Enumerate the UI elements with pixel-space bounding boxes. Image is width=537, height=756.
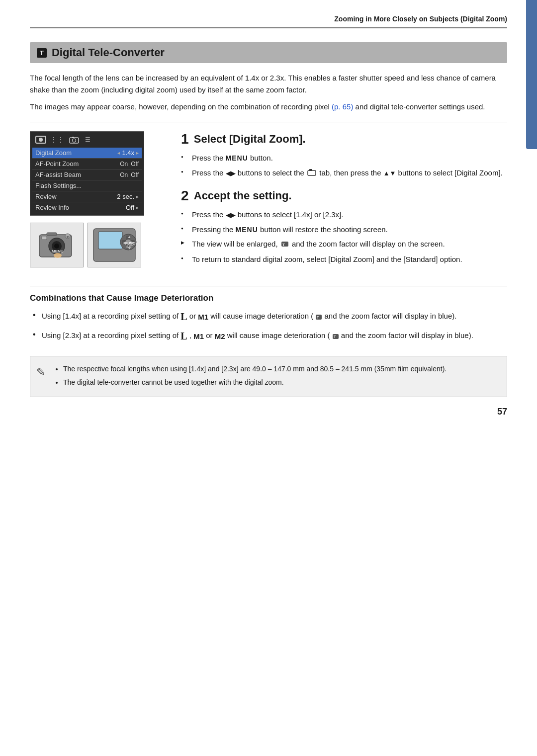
menu-header-svg <box>69 136 79 144</box>
lr-arrows-icon-2: ◀▶ <box>226 211 236 219</box>
intro-paragraph-2: The images may appear coarse, however, d… <box>30 101 507 113</box>
intro-paragraph-1: The focal length of the lens can be incr… <box>30 72 507 96</box>
size-L-1: L <box>180 311 187 322</box>
svg-rect-2 <box>72 137 74 138</box>
note-item-1: The respective focal lengths when using … <box>63 363 498 374</box>
svg-text:▲: ▲ <box>127 235 131 239</box>
step-2-bullet-2: Pressing the MENU button will restore th… <box>181 224 507 236</box>
svg-point-12 <box>54 253 62 258</box>
svg-rect-25 <box>308 170 316 175</box>
menu-row-digital-zoom: Digital Zoom ◂ 1.4x ▸ <box>32 148 142 159</box>
svg-rect-8 <box>47 233 57 236</box>
arrow-right-icon: ▸ <box>136 194 139 199</box>
tele-deterioration-icon-1: T <box>315 314 322 320</box>
size-M1-1: M1 <box>198 313 208 321</box>
step-1-bullet-1: Press the MENU button. <box>181 152 507 164</box>
svg-text:T: T <box>334 335 336 338</box>
arrow-right-icon: ▸ <box>136 205 139 210</box>
right-column: 1 Select [Digital Zoom]. Press the MENU … <box>181 131 507 274</box>
svg-rect-14 <box>98 232 122 249</box>
page-link[interactable]: (p. 65) <box>332 102 353 111</box>
note-pencil-icon: ✎ <box>36 363 45 381</box>
svg-text:T: T <box>317 316 319 319</box>
step-1-bullets: Press the MENU button. Press the ◀▶ butt… <box>181 152 507 179</box>
camera-svg-2: FUNC SET ▲ ▼ ◀ ▶ <box>90 225 139 265</box>
menu-row-af-point-zoom: AF-Point Zoom On Off <box>32 159 142 169</box>
tele-deterioration-icon-2: T <box>332 334 339 339</box>
step-1-number: 1 <box>181 131 189 147</box>
menu-row-review-info: Review Info Off ▸ <box>32 202 142 213</box>
step-1-header: 1 Select [Digital Zoom]. <box>181 131 507 147</box>
section-tab-bar <box>526 0 537 149</box>
menu-screenshot: ⋮⋮ ☰ Digital Zoom ◂ 1.4x ▸ <box>30 131 144 216</box>
step-2-header: 2 Accept the setting. <box>181 188 507 204</box>
menu-row-af-assist: AF-assist Beam On Off <box>32 169 142 180</box>
camera-tab-icon <box>307 169 316 176</box>
menu-settings-icon: ⋮⋮ <box>50 136 64 144</box>
svg-text:▶: ▶ <box>131 241 135 245</box>
section-icon: T <box>37 48 47 58</box>
size-M2-1: M2 <box>215 332 225 340</box>
section-title-box: T Digital Tele-Converter <box>30 42 507 63</box>
step-1-title: Select [Digital Zoom]. <box>194 133 306 145</box>
step-1-bullet-2: Press the ◀▶ buttons to select the tab, … <box>181 167 507 179</box>
camera-svg-1: P. MENU <box>32 225 82 265</box>
menu-key-2: MENU <box>236 226 258 234</box>
tele-icon-inline: T <box>281 241 289 248</box>
combo-item-1: Using [1.4x] at a recording pixel settin… <box>30 309 507 325</box>
size-M1-2: M1 <box>193 332 204 340</box>
menu-header: ⋮⋮ ☰ <box>32 134 142 146</box>
section-title: Digital Tele-Converter <box>52 46 165 59</box>
step-2-title: Accept the setting. <box>194 189 292 202</box>
menu-key: MENU <box>226 154 248 162</box>
camera-images: P. MENU <box>30 223 169 267</box>
menu-camera-icon <box>35 136 46 144</box>
svg-text:P.: P. <box>67 236 69 239</box>
svg-point-1 <box>73 139 76 142</box>
camera-image-2: FUNC SET ▲ ▼ ◀ ▶ <box>88 223 141 267</box>
svg-text:◀: ◀ <box>123 241 126 245</box>
step-1: 1 Select [Digital Zoom]. Press the MENU … <box>181 131 507 179</box>
svg-text:T: T <box>282 243 285 247</box>
svg-rect-26 <box>309 169 312 171</box>
arrow-right-icon: ▸ <box>136 150 139 156</box>
step-2-number: 2 <box>181 188 189 204</box>
svg-point-6 <box>54 244 59 249</box>
combinations-title: Combinations that Cause Image Deteriorat… <box>30 293 507 303</box>
svg-text:▼: ▼ <box>127 246 131 251</box>
note-item-2: The digital tele-converter cannot be use… <box>63 377 498 388</box>
combo-item-2: Using [2.3x] at a recording pixel settin… <box>30 329 507 344</box>
step-2: 2 Accept the setting. Press the ◀▶ butto… <box>181 188 507 265</box>
lr-arrows-icon: ◀▶ <box>226 169 236 177</box>
combinations-list: Using [1.4x] at a recording pixel settin… <box>30 309 507 344</box>
step-2-bullets: Press the ◀▶ buttons to select [1.4x] or… <box>181 209 507 265</box>
ud-arrows-icon: ▲▼ <box>383 169 396 177</box>
arrow-left-icon: ◂ <box>117 150 120 156</box>
step-2-bullet-3: The view will be enlarged, T and the zoo… <box>181 238 507 251</box>
size-L-2: L <box>180 331 187 341</box>
main-content: ⋮⋮ ☰ Digital Zoom ◂ 1.4x ▸ <box>30 122 507 274</box>
svg-rect-7 <box>42 236 47 240</box>
left-column: ⋮⋮ ☰ Digital Zoom ◂ 1.4x ▸ <box>30 131 169 274</box>
step-2-bullet-4: To return to standard digital zoom, sele… <box>181 253 507 265</box>
combinations-section: Combinations that Cause Image Deteriorat… <box>30 286 507 344</box>
menu-row-flash: Flash Settings... <box>32 180 142 191</box>
note-list: The respective focal lengths when using … <box>55 363 498 388</box>
camera-image-1: P. MENU <box>30 223 84 267</box>
note-box: ✎ The respective focal lengths when usin… <box>30 356 507 397</box>
menu-header-label: ☰ <box>85 136 90 143</box>
svg-text:MENU: MENU <box>52 249 64 253</box>
menu-row-review: Review 2 sec. ▸ <box>32 191 142 202</box>
page-header: Zooming in More Closely on Subjects (Dig… <box>30 15 507 28</box>
header-title: Zooming in More Closely on Subjects (Dig… <box>334 15 507 23</box>
page-number: 57 <box>497 407 507 417</box>
step-2-bullet-1: Press the ◀▶ buttons to select [1.4x] or… <box>181 209 507 220</box>
